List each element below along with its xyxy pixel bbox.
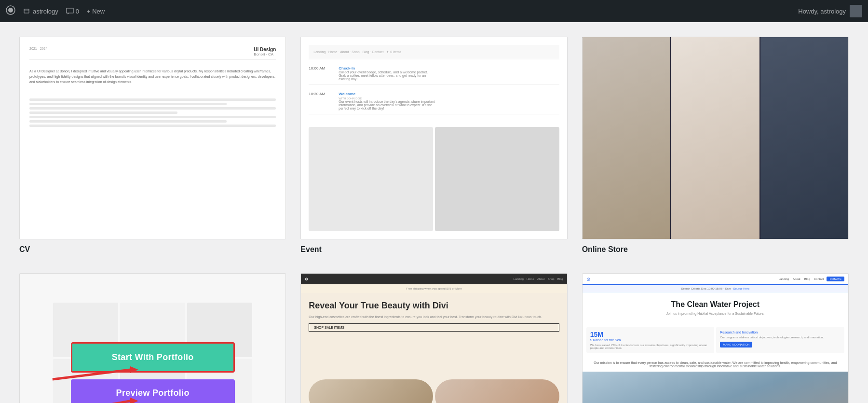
beauty-subtext: Our high-end cosmetics are crafted with …	[309, 315, 559, 319]
cv-line-1	[29, 98, 276, 101]
nonprofit-main-title: The Clean Water Project	[590, 300, 841, 309]
beauty-nav-links: Landing Home About Shop Blog	[514, 278, 563, 280]
theme-item-event: Landing · Home · About · Shop · Blog · C…	[300, 37, 567, 254]
nonprofit-photo: 100% of Donations Fund Clean and Safe Dr…	[583, 372, 848, 403]
store-mockup	[583, 37, 848, 239]
nonprofit-nav: ⊙ Landing About Blog Contact DONATE	[583, 274, 848, 285]
start-portfolio-button[interactable]: Start With Portfolio	[71, 342, 235, 373]
nonprofit-nav-link-1: Landing	[779, 278, 789, 280]
nonprofit-subtitle: Join us in promoting Habitat Acceptance …	[590, 312, 841, 315]
beauty-img-1	[309, 379, 433, 403]
store-preview[interactable]	[582, 37, 849, 239]
beauty-nav-link-4: Shop	[548, 278, 555, 280]
admin-bar-site[interactable]: astrology	[23, 8, 58, 15]
cv-line-7	[29, 125, 276, 127]
cv-body: As a UI Designer at Bonori, I designed i…	[29, 69, 276, 85]
nonprofit-stats: 15M $ Raised for the Sea We have raised …	[583, 323, 848, 357]
store-img-1	[583, 37, 670, 239]
comment-count: 0	[76, 8, 79, 15]
preview-portfolio-button[interactable]: Preview Portfolio	[71, 379, 235, 403]
event-header: Landing · Home · About · Shop · Blog · C…	[309, 45, 559, 59]
portfolio-mockup: Start With Portfolio Preview Portfolio	[20, 274, 285, 403]
cv-preview[interactable]: 2021 - 2024 UI Design Bonori · CA As a U…	[19, 37, 286, 239]
new-label: + New	[87, 8, 105, 15]
nonprofit-sub-bar: Search Criteria Dec 10:00 16:08 · Sam · …	[583, 285, 848, 292]
admin-bar-comments[interactable]: 0	[66, 8, 79, 15]
cv-line-5	[29, 116, 276, 118]
nonprofit-photo-bg	[583, 372, 848, 403]
event-desc-1: Collect your event badge, schedule, and …	[339, 70, 435, 81]
event-preview[interactable]: Landing · Home · About · Shop · Blog · C…	[300, 37, 567, 239]
nonprofit-mission: Our mission is to ensure that every pers…	[583, 357, 848, 372]
theme-item-beauty: ⊙ Landing Home About Shop Blog Free ship…	[300, 273, 567, 403]
beauty-nav-link-2: Home	[527, 278, 534, 280]
cv-line-6	[29, 120, 227, 123]
cv-subtitle: Bonori · CA	[254, 52, 276, 56]
theme-item-store: Online Store	[582, 37, 849, 254]
stat2-btn[interactable]: MAKE A DONATION	[720, 342, 752, 347]
stat1-text: We have raised 75% of the funds from our…	[590, 344, 711, 349]
nonprofit-stat-2: Research and Innovation Our programs add…	[716, 327, 844, 353]
cv-date: 2021 - 2024	[29, 47, 47, 56]
stat1-label: $ Raised for the Sea	[590, 338, 711, 342]
stat1-num: 15M	[590, 331, 711, 338]
wordpress-icon[interactable]	[6, 5, 15, 17]
portfolio-overlay: Start With Portfolio Preview Portfolio	[20, 274, 285, 403]
beauty-nav-link-5: Blog	[557, 278, 563, 280]
event-type-2: Welcome	[339, 92, 435, 96]
svg-point-1	[8, 8, 13, 13]
nonprofit-nav-links: Landing About Blog Contact	[779, 278, 824, 280]
nonprofit-nav-link-2: About	[793, 278, 800, 280]
event-type-1: Check-In	[339, 66, 435, 70]
stat2-text: Our programs address critical objectives…	[720, 336, 841, 339]
cv-line-3	[29, 107, 276, 110]
beauty-images: Shop Our Favorites	[301, 379, 567, 403]
cv-label: CV	[19, 245, 286, 254]
event-desc-2: Our event hosts will introduce the day's…	[339, 100, 435, 110]
beauty-mockup: ⊙ Landing Home About Shop Blog Free ship…	[301, 274, 567, 403]
beauty-nav: ⊙ Landing Home About Shop Blog	[301, 274, 567, 284]
nonprofit-preview[interactable]: ⊙ Landing About Blog Contact DONATE Sear…	[582, 273, 849, 403]
beauty-img-2	[435, 379, 559, 403]
cv-lines	[29, 98, 276, 129]
cv-top-bar: 2021 - 2024 UI Design Bonori · CA	[29, 47, 276, 60]
beauty-content: Reveal Your True Beauty with Divi Our hi…	[301, 293, 567, 379]
cv-line-2	[29, 103, 227, 105]
event-row-2: 10:30 AM Welcome WITH JOHN DOE Our event…	[309, 88, 559, 114]
greeting-text: Howdy, astrology	[798, 8, 846, 15]
beauty-nav-link-3: About	[537, 278, 545, 280]
admin-bar-new[interactable]: + New	[87, 8, 105, 15]
nonprofit-nav-link-4: Contact	[814, 278, 824, 280]
beauty-preview[interactable]: ⊙ Landing Home About Shop Blog Free ship…	[300, 273, 567, 403]
event-mockup: Landing · Home · About · Shop · Blog · C…	[301, 37, 567, 239]
nonprofit-nav-donate[interactable]: DONATE	[827, 277, 844, 281]
nonprofit-title-area: The Clean Water Project Join us in promo…	[583, 292, 848, 323]
store-img-3	[760, 37, 848, 239]
stat2-label: Research and Innovation	[720, 331, 841, 334]
beauty-banner: Free shipping when you spend $75 or More	[301, 284, 567, 293]
store-label: Online Store	[582, 245, 849, 254]
admin-bar-right: Howdy, astrology	[798, 5, 862, 17]
event-time-2: 10:30 AM	[309, 92, 333, 96]
beauty-shop-btn[interactable]: SHOP SALE ITEMS	[309, 323, 559, 332]
avatar	[850, 5, 862, 17]
beauty-nav-link-1: Landing	[514, 278, 524, 280]
cv-title: UI Design	[254, 47, 276, 52]
event-image-grid	[309, 127, 559, 231]
nonprofit-stat-1: 15M $ Raised for the Sea We have raised …	[586, 327, 715, 353]
event-img-1	[309, 127, 433, 231]
cv-body-text: As a UI Designer at Bonori, I designed i…	[29, 69, 276, 85]
theme-item-portfolio: Start With Portfolio Preview Portfolio P…	[19, 273, 286, 403]
site-name: astrology	[33, 8, 58, 15]
event-time-1: 10:00 AM	[309, 66, 333, 70]
store-img-2	[671, 37, 759, 239]
event-row-1: 10:00 AM Check-In Collect your event bad…	[309, 62, 559, 85]
portfolio-preview[interactable]: Start With Portfolio Preview Portfolio	[19, 273, 286, 403]
themes-grid: 2021 - 2024 UI Design Bonori · CA As a U…	[19, 37, 849, 403]
main-content: 2021 - 2024 UI Design Bonori · CA As a U…	[0, 22, 868, 403]
beauty-logo: ⊙	[305, 277, 308, 281]
event-label: Event	[300, 245, 567, 254]
beauty-headline: Reveal Your True Beauty with Divi	[309, 301, 559, 311]
event-img-2	[435, 127, 559, 231]
admin-bar: astrology 0 + New Howdy, astrology	[0, 0, 868, 22]
